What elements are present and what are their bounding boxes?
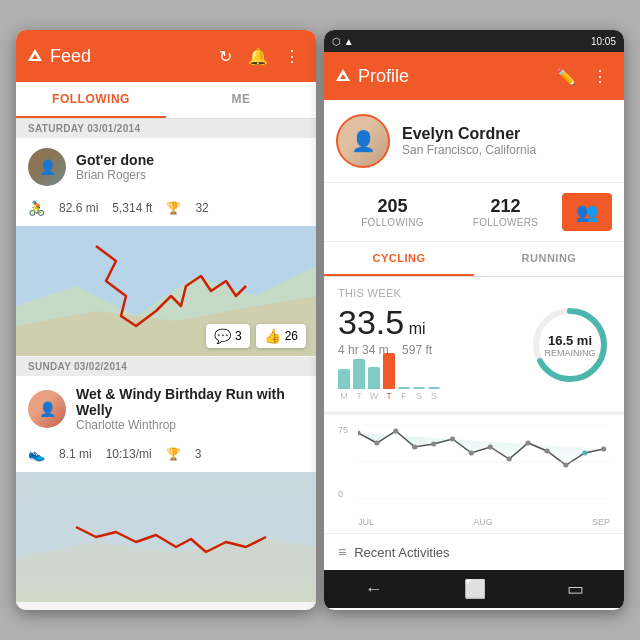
app-logo-icon-profile: [336, 69, 350, 81]
bar-day-label: S: [431, 391, 437, 401]
svg-point-19: [582, 451, 587, 456]
notifications-button[interactable]: 🔔: [244, 43, 272, 70]
chart-x-jul: JUL: [358, 517, 374, 527]
stat-distance-charlotte: 8.1 mi: [59, 447, 92, 461]
back-button[interactable]: ←: [365, 579, 383, 600]
activity-card-charlotte: 👤 Wet & Windy Birthday Run with Welly Ch…: [16, 376, 316, 602]
bar-day-label: S: [416, 391, 422, 401]
bluetooth-icon: ⬡: [332, 36, 341, 47]
map-charlotte: [16, 472, 316, 602]
feed-title: Feed: [50, 46, 207, 67]
svg-point-18: [563, 463, 568, 468]
bar-wrap-F: F: [398, 387, 410, 401]
refresh-button[interactable]: ↻: [215, 43, 236, 70]
bike-icon: 🚴: [28, 200, 45, 216]
tab-me[interactable]: ME: [166, 82, 316, 118]
stat-distance-brian: 82.6 mi: [59, 201, 98, 215]
bar-wrap-T: T: [383, 353, 395, 401]
activity-card-brian: 👤 Got'er done Brian Rogers 🚴 82.6 mi 5,3…: [16, 138, 316, 356]
week-distance-unit: mi: [409, 320, 426, 337]
activity-text-brian: Got'er done Brian Rogers: [76, 152, 154, 182]
week-distance-big: 33.5 mi: [338, 305, 520, 339]
recents-button[interactable]: ▭: [567, 578, 584, 600]
week-distance-num: 33.5: [338, 303, 404, 341]
feed-header: Feed ↻ 🔔 ⋮: [16, 30, 316, 82]
bar-T: [383, 353, 395, 389]
more-button[interactable]: ⋮: [280, 43, 304, 70]
recent-activities-label: Recent Activities: [354, 545, 449, 560]
profile-stats-row: 205 FOLLOWING 212 FOLLOWERS 👥: [324, 182, 624, 242]
profile-user-info: Evelyn Cordner San Francisco, California: [402, 125, 536, 157]
circle-center: 16.5 mi REMAINING: [544, 333, 595, 358]
profile-user-name: Evelyn Cordner: [402, 125, 536, 143]
activity-text-charlotte: Wet & Windy Birthday Run with Welly Char…: [76, 386, 304, 432]
app-logo-icon: [28, 49, 42, 61]
home-button[interactable]: ⬜: [464, 578, 486, 600]
activity-info-charlotte: 👤 Wet & Windy Birthday Run with Welly Ch…: [16, 376, 316, 442]
activity-stats-charlotte: 👟 8.1 mi 10:13/mi 🏆 3: [16, 442, 316, 472]
tab-cycling[interactable]: CYCLING: [324, 242, 474, 276]
week-section: THIS WEEK 33.5 mi 4 hr 34 m 597 ft MTWTF…: [324, 277, 624, 415]
date-header-saturday: SATURDAY 03/01/2014: [16, 119, 316, 138]
bar-wrap-S: S: [413, 387, 425, 401]
stat-elevation-brian: 5,314 ft: [112, 201, 152, 215]
chart-xaxis: JUL AUG SEP: [358, 517, 610, 527]
status-bar: ⬡ ▲ 10:05: [324, 30, 624, 52]
feed-phone: Feed ↻ 🔔 ⋮ FOLLOWING ME SATURDAY 03/01/2…: [16, 30, 316, 610]
comment-button-brian[interactable]: 💬 3: [206, 324, 250, 348]
bar-T: [353, 359, 365, 389]
profile-header: Profile ✏️ ⋮: [324, 52, 624, 100]
map-brian: 💬 3 👍 26: [16, 226, 316, 356]
bar-wrap-M: M: [338, 369, 350, 401]
follow-button[interactable]: 👥: [562, 193, 612, 231]
bar-day-label: W: [370, 391, 379, 401]
bar-wrap-T: T: [353, 359, 365, 401]
avatar-charlotte: 👤: [28, 390, 66, 428]
profile-title: Profile: [358, 66, 544, 87]
week-bars: MTWTFSS: [338, 365, 520, 401]
bar-wrap-W: W: [368, 367, 380, 401]
nav-bar: ← ⬜ ▭: [324, 570, 624, 608]
trophy-icon-brian: 🏆: [166, 201, 181, 215]
like-button-brian[interactable]: 👍 26: [256, 324, 306, 348]
activity-type-tabs: CYCLING RUNNING: [324, 242, 624, 277]
followers-label: FOLLOWERS: [449, 217, 562, 228]
like-icon: 👍: [264, 328, 281, 344]
more-button-profile[interactable]: ⋮: [588, 63, 612, 90]
avatar-brian: 👤: [28, 148, 66, 186]
tab-running[interactable]: RUNNING: [474, 242, 624, 276]
svg-point-9: [393, 429, 398, 434]
like-count-brian: 26: [285, 329, 298, 343]
svg-point-16: [525, 441, 530, 446]
week-distance-info: 33.5 mi 4 hr 34 m 597 ft MTWTFSS: [338, 305, 520, 401]
svg-point-11: [431, 442, 436, 447]
week-main: 33.5 mi 4 hr 34 m 597 ft MTWTFSS: [338, 305, 610, 401]
chart-x-sep: SEP: [592, 517, 610, 527]
following-label: FOLLOWING: [336, 217, 449, 228]
bar-S: [413, 387, 425, 389]
week-detail-time: 4 hr 34 m 597 ft: [338, 343, 520, 357]
profile-user-location: San Francisco, California: [402, 143, 536, 157]
tab-following[interactable]: FOLLOWING: [16, 82, 166, 118]
chart-yaxis: 75 0: [338, 425, 356, 499]
svg-point-10: [412, 445, 417, 450]
recent-activities-row[interactable]: ≡ Recent Activities: [324, 533, 624, 570]
chart-inner: [358, 425, 610, 515]
run-icon: 👟: [28, 446, 45, 462]
bar-W: [368, 367, 380, 389]
svg-point-8: [374, 441, 379, 446]
comment-count-brian: 3: [235, 329, 242, 343]
edit-button[interactable]: ✏️: [552, 63, 580, 90]
bar-wrap-S: S: [428, 387, 440, 401]
activity-name-brian: Got'er done: [76, 152, 154, 168]
following-stat: 205 FOLLOWING: [336, 196, 449, 228]
stat-kudos-brian: 32: [195, 201, 208, 215]
user-name-charlotte: Charlotte Winthrop: [76, 418, 304, 432]
svg-point-13: [469, 451, 474, 456]
trophy-icon-charlotte: 🏆: [166, 447, 181, 461]
circle-remaining-label: REMAINING: [544, 348, 595, 358]
circle-remaining-num: 16.5 mi: [544, 333, 595, 348]
bar-day-label: T: [386, 391, 392, 401]
status-icons-left: ⬡ ▲: [332, 36, 354, 47]
svg-point-15: [507, 457, 512, 462]
